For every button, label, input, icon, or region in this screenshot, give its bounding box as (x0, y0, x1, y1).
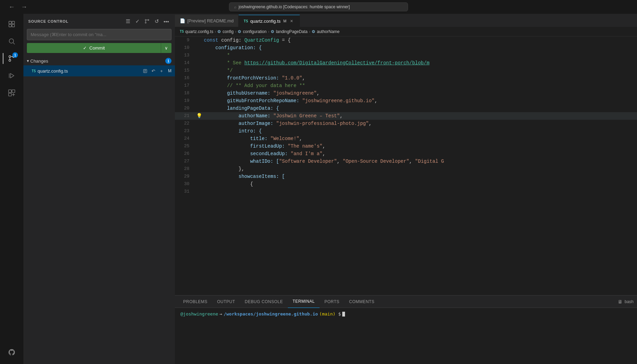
panel-tab-problems[interactable]: PROBLEMS (178, 296, 212, 308)
commit-message-input[interactable] (27, 29, 171, 40)
code-line-20: 20 landingPageData: { (175, 105, 637, 112)
ts-file-badge: TS (32, 69, 36, 73)
code-line-13: 13 * (175, 52, 637, 59)
tab-quartz-config[interactable]: TS quartz.config.ts M × (239, 15, 300, 27)
panel-tab-ports[interactable]: PORTS (320, 296, 344, 308)
tab-close-button[interactable]: × (289, 18, 295, 24)
sidebar-title: SOURCE CONTROL (28, 19, 124, 23)
more-actions-button[interactable]: ••• (163, 18, 170, 25)
activity-github[interactable] (3, 344, 20, 361)
terminal-arrow: → (220, 311, 222, 317)
panel-tab-comments[interactable]: COMMENTS (344, 296, 379, 308)
terminal-prompt-symbol: $ (338, 311, 341, 317)
bash-label: bash (625, 299, 634, 304)
code-content[interactable]: 9 const config: QuartzConfig = { 10 conf… (175, 36, 637, 295)
line-content-28: }, (202, 165, 637, 173)
bash-icon: 🖥 (618, 299, 623, 304)
line-num-21: 21 (175, 112, 196, 120)
breadcrumb-authorname: ⚙ authorName (312, 29, 340, 34)
tab-ts-badge: TS (243, 19, 248, 23)
svg-point-14 (145, 19, 146, 20)
panel-tab-terminal[interactable]: TERMINAL (288, 296, 320, 308)
activity-source-control[interactable]: 1 (3, 50, 20, 67)
code-line-17: 17 // ** Add your data here ** (175, 82, 637, 89)
terminal-content[interactable]: @joshwingreene → /workspaces/joshwingree… (175, 308, 637, 364)
nav-buttons: ← → (7, 2, 29, 12)
terminal-prompt: @joshwingreene → /workspaces/joshwingree… (180, 311, 631, 317)
line-content-21: authorName: "Joshwin Greene – Test", (202, 112, 637, 120)
search-icon: ⌕ (234, 5, 237, 9)
line-num-14: 14 (175, 59, 196, 67)
line-content-19: gitHubFrontPorchRepoName: "joshwingreene… (202, 97, 637, 105)
line-content-16: frontPorchVersion: "1.0.0", (202, 74, 637, 82)
line-content-29: showcaseItems: [ (202, 173, 637, 180)
activity-bar: 1 (0, 14, 23, 364)
line-num-24: 24 (175, 135, 196, 142)
svg-rect-12 (12, 90, 15, 93)
code-line-18: 18 githubUsername: "joshwingreene", (175, 89, 637, 97)
lightbulb-icon-21[interactable]: 💡 (196, 112, 202, 120)
line-content-17: // ** Add your data here ** (202, 82, 637, 89)
top-bar: ← → ⌕ joshwingreene.github.io [Codespace… (0, 0, 637, 14)
line-num-23: 23 (175, 127, 196, 135)
breadcrumb-landingpagedata-icon: ⚙ (271, 29, 274, 34)
line-num-31: 31 (175, 188, 196, 195)
line-num-27: 27 (175, 158, 196, 165)
branch-button[interactable] (143, 18, 151, 25)
breadcrumb-sep-4: › (309, 29, 310, 34)
svg-rect-2 (12, 21, 14, 24)
panel-tab-debug-console[interactable]: DEBUG CONSOLE (240, 296, 288, 308)
line-content-10: configuration: { (202, 44, 637, 52)
refresh-button[interactable]: ↺ (153, 18, 160, 25)
line-content-27: whatIDo: ["Software Developer", "Open-So… (202, 158, 637, 165)
code-editor: 9 const config: QuartzConfig = { 10 conf… (175, 36, 637, 295)
code-line-10: 10 configuration: { (175, 44, 637, 52)
search-bar[interactable]: ⌕ joshwingreene.github.io [Codespaces: h… (229, 2, 408, 11)
open-file-icon[interactable] (142, 68, 148, 74)
line-content-23: intro: { (202, 127, 637, 135)
code-line-9: 9 const config: QuartzConfig = { (175, 36, 637, 44)
commit-button[interactable]: ✓ Commit (27, 43, 161, 53)
breadcrumb-file: TS quartz.config.ts (180, 29, 213, 34)
bottom-panel: PROBLEMS OUTPUT DEBUG CONSOLE TERMINAL P… (175, 295, 637, 364)
svg-rect-13 (9, 93, 11, 96)
activity-explorer[interactable] (3, 16, 20, 32)
forward-button[interactable]: → (19, 2, 29, 12)
line-content-15: */ (202, 67, 637, 74)
file-item-quartz-config[interactable]: TS quartz.config.ts ↶ + M (23, 65, 175, 76)
activity-search[interactable] (3, 33, 20, 50)
source-control-badge: 1 (12, 52, 18, 58)
code-line-27: 27 whatIDo: ["Software Developer", "Open… (175, 158, 637, 165)
svg-rect-3 (12, 24, 14, 27)
line-num-18: 18 (175, 89, 196, 97)
code-line-24: 24 title: "Welcome!", (175, 135, 637, 142)
line-num-17: 17 (175, 82, 196, 89)
tab-label-readme: [Preview] README.md (187, 18, 233, 23)
terminal-user: @joshwingreene (180, 311, 218, 317)
changes-header[interactable]: ▾ Changes 1 (23, 56, 175, 65)
breadcrumb-config-icon: ⚙ (217, 29, 221, 34)
breadcrumb-landingpagedata-text: landingPageData (276, 29, 307, 34)
activity-run[interactable] (3, 67, 20, 84)
commit-button-label: Commit (90, 45, 105, 51)
filter-button[interactable]: ☰ (124, 18, 132, 25)
revert-icon[interactable]: ↶ (150, 68, 156, 74)
svg-rect-11 (9, 90, 11, 93)
commit-arrow-button[interactable]: ∨ (161, 43, 171, 53)
line-num-29: 29 (175, 173, 196, 180)
svg-point-6 (9, 56, 11, 58)
commit-all-button[interactable]: ✓ (134, 18, 141, 25)
commit-check-icon: ✓ (83, 45, 87, 51)
tab-readme-preview[interactable]: 📄 [Preview] README.md (175, 15, 239, 27)
activity-extensions[interactable] (3, 85, 20, 101)
svg-rect-1 (9, 24, 11, 27)
breadcrumb-sep-2: › (235, 29, 236, 34)
line-num-22: 22 (175, 120, 196, 127)
stage-icon[interactable]: + (158, 68, 165, 74)
back-button[interactable]: ← (7, 2, 17, 12)
panel-tab-output[interactable]: OUTPUT (212, 296, 240, 308)
breadcrumb-landingpagedata: ⚙ landingPageData (271, 29, 307, 34)
sidebar: SOURCE CONTROL ☰ ✓ ↺ ••• (23, 14, 175, 364)
line-content-14: * See https://github.com/DigitalGardenin… (202, 59, 637, 67)
main-area: 1 SOURCE CONTROL ☰ (0, 14, 637, 364)
